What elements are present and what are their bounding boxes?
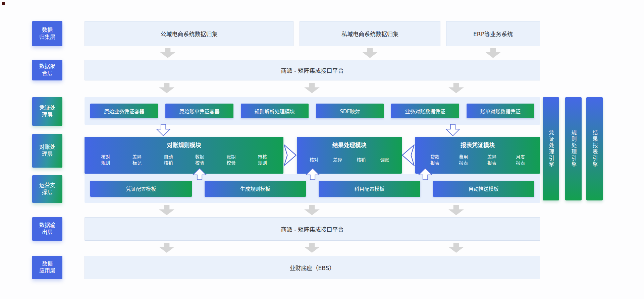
box-text: 凭证配置模板 xyxy=(126,185,156,192)
module-item: 自动 核销 xyxy=(164,154,173,166)
source-box-private-ecommerce: 私域电商系统数据归集 xyxy=(300,21,440,46)
module-item: 调账 xyxy=(380,157,389,163)
layer-label-data-collection: 数据 归集层 xyxy=(32,21,62,46)
box-text: 自动推送模板 xyxy=(469,185,499,192)
module-item: 贷款 报表 xyxy=(430,154,439,166)
voucher-box-business-recon-data: 业务对账数据凭证 xyxy=(391,104,459,118)
down-arrow-icon xyxy=(159,205,174,215)
box-text: 科目配置模板 xyxy=(354,185,384,192)
down-arrow-icon xyxy=(485,48,501,58)
module-item: 差异 报表 xyxy=(487,154,496,166)
down-arrow-icon xyxy=(159,243,174,253)
source-box-public-ecommerce: 公域电商系统数据归集 xyxy=(85,21,293,46)
layer-label-data-application: 数据 应用层 xyxy=(32,256,62,279)
module-item: 数据 校验 xyxy=(195,154,204,166)
voucher-processing-container: 原始业务凭证容器 原始账单凭证容器 规则解析处理模块 SDF映射 业务对账数据凭… xyxy=(85,97,540,125)
voucher-box-original-business: 原始业务凭证容器 xyxy=(90,104,158,118)
down-arrow-icon xyxy=(304,243,320,253)
box-text: ERP等业务系统 xyxy=(473,29,513,38)
layer-label-text: 数据 归集层 xyxy=(39,27,55,41)
module-item: 核对 xyxy=(310,157,319,163)
hollow-down-arrow-icon xyxy=(154,124,173,136)
box-text: 生成规则模板 xyxy=(240,185,270,192)
voucher-box-original-bill: 原始账单凭证容器 xyxy=(165,104,233,118)
box-text: 业务对账数据凭证 xyxy=(405,108,445,115)
template-voucher-config: 凭证配置模板 xyxy=(90,181,192,197)
layer-label-text: 凭证处 理层 xyxy=(39,105,55,119)
module-item: 核销 xyxy=(357,157,366,163)
module-item: 差异 xyxy=(333,157,342,163)
down-arrow-icon xyxy=(448,243,464,253)
layer-label-text: 数据聚 合层 xyxy=(39,63,55,77)
layer-label-operation-support: 运营支 撑层 xyxy=(32,175,62,203)
module-item: 月度 报表 xyxy=(516,154,525,166)
engine-text: 规则处理引擎 xyxy=(570,130,578,168)
down-arrow-icon xyxy=(304,205,320,215)
output-platform-bar: 商派 - 矩阵集成接口平台 xyxy=(85,217,540,241)
hollow-right-arrow-icon xyxy=(282,141,297,169)
module-item: 费用 报表 xyxy=(459,154,468,166)
down-arrow-icon xyxy=(448,205,464,215)
down-arrow-icon xyxy=(159,83,174,93)
engine-rule-processing: 规则处理引擎 xyxy=(565,97,582,200)
template-auto-push: 自动推送模板 xyxy=(433,181,535,197)
module-item: 审核 规则 xyxy=(258,154,267,166)
module-item: 核对 规则 xyxy=(101,154,110,166)
template-subject-config: 科目配置模板 xyxy=(319,181,420,197)
box-text: 公域电商系统数据归集 xyxy=(161,29,218,38)
box-text: 原始业务凭证容器 xyxy=(104,108,144,115)
module-item: 账期 校验 xyxy=(226,154,235,166)
module-title: 结果处理模块 xyxy=(297,137,402,149)
template-generation-rule: 生成规则模板 xyxy=(205,181,306,197)
architecture-diagram: 数据 归集层 数据聚 合层 凭证处 理层 对账处 理层 运营支 撑层 数据输 出… xyxy=(0,0,644,299)
box-text: 规则解析处理模块 xyxy=(255,108,295,115)
box-text: 账单对账数据凭证 xyxy=(480,108,521,115)
layer-label-data-output: 数据输 出层 xyxy=(32,217,62,241)
hollow-left-arrow-icon xyxy=(401,141,416,169)
layer-label-text: 数据输 出层 xyxy=(39,222,55,236)
engine-result-report: 结果报表引擎 xyxy=(586,97,603,200)
bar-text: 业财底座（EBS） xyxy=(290,263,335,272)
box-text: SDF映射 xyxy=(340,108,360,115)
module-item: 差异 标记 xyxy=(132,154,142,166)
source-box-erp-systems: ERP等业务系统 xyxy=(446,21,540,46)
screen-artifact-dot xyxy=(2,2,5,5)
hollow-up-arrow-icon xyxy=(416,168,434,180)
module-reconciliation-rules: 对账规则模块 核对 规则 差异 标记 自动 核销 数据 校验 账期 校验 审核 … xyxy=(85,137,283,174)
hollow-up-arrow-icon xyxy=(304,168,322,180)
down-arrow-icon xyxy=(362,48,378,58)
layer-label-reconciliation-processing: 对账处 理层 xyxy=(32,134,62,168)
down-arrow-icon xyxy=(160,48,175,58)
voucher-box-bill-recon-data: 账单对账数据凭证 xyxy=(467,104,534,118)
aggregation-platform-bar: 商派 - 矩阵集成接口平台 xyxy=(85,60,540,80)
layer-label-text: 对账处 理层 xyxy=(39,144,55,158)
down-arrow-icon xyxy=(304,83,320,93)
engine-text: 结果报表引擎 xyxy=(591,130,599,168)
layer-label-text: 运营支 撑层 xyxy=(39,182,55,196)
engine-text: 凭证处理引擎 xyxy=(547,130,555,168)
down-arrow-icon xyxy=(448,83,464,93)
box-text: 私域电商系统数据归集 xyxy=(341,29,398,38)
bar-text: 商派 - 矩阵集成接口平台 xyxy=(281,225,344,233)
hollow-up-arrow-icon xyxy=(191,168,209,180)
bar-text: 商派 - 矩阵集成接口平台 xyxy=(281,66,344,74)
engine-voucher-processing: 凭证处理引擎 xyxy=(543,97,559,200)
layer-label-voucher-processing: 凭证处 理层 xyxy=(32,97,62,126)
box-text: 原始账单凭证容器 xyxy=(179,108,219,115)
hollow-down-arrow-icon xyxy=(443,124,462,136)
voucher-box-rule-parsing: 规则解析处理模块 xyxy=(241,104,309,118)
layer-label-data-aggregation: 数据聚 合层 xyxy=(32,60,62,80)
module-title: 报表凭证模块 xyxy=(415,137,540,149)
application-base-bar: 业财底座（EBS） xyxy=(85,256,540,279)
module-title: 对账规则模块 xyxy=(85,137,283,149)
layer-label-text: 数据 应用层 xyxy=(39,260,55,275)
voucher-box-sdf-mapping: SDF映射 xyxy=(316,104,384,118)
